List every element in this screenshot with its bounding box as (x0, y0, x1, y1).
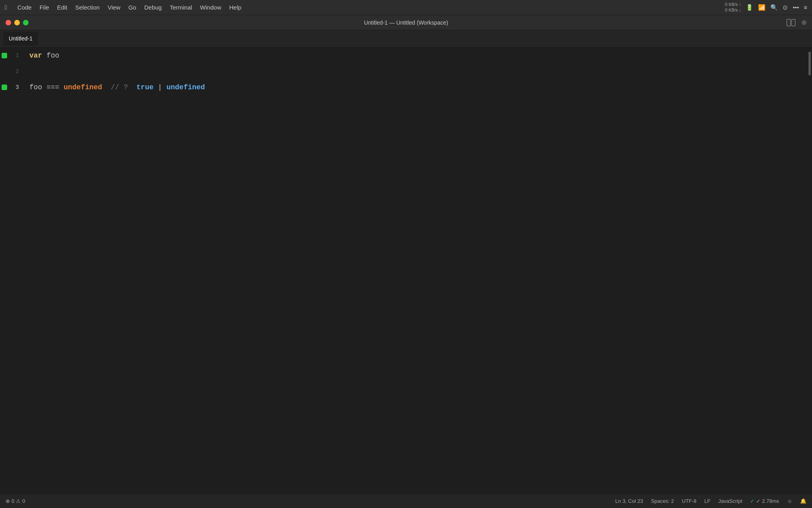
status-language[interactable]: JavaScript (718, 498, 743, 504)
token-foo-3: foo (29, 83, 42, 91)
editor-gutter: 1 2 3 (0, 48, 22, 494)
error-count: 0 (11, 498, 14, 504)
warning-count: 0 (22, 498, 25, 504)
breakpoint-area-1[interactable] (0, 53, 9, 58)
bell-icon: 🔔 (800, 498, 806, 504)
token-var: var (29, 52, 42, 60)
line-number-2: 2 (9, 68, 22, 75)
menubar-right-section: 0 KB/s ↑0 KB/s ↓ 🔋 📶 🔍 ⊙ ••• ≡ (725, 2, 808, 12)
status-encoding[interactable]: UTF-8 (682, 498, 697, 504)
editor-container: 1 2 3 var foo foo === undefined (0, 48, 812, 494)
scrollbar[interactable] (807, 48, 812, 494)
network-speed: 0 KB/s ↑0 KB/s ↓ (725, 2, 741, 12)
feedback-icon: ☺ (787, 498, 792, 504)
line-ending-label: LF (705, 498, 710, 504)
close-button[interactable] (6, 20, 11, 25)
scrollbar-thumb[interactable] (808, 52, 811, 75)
code-line-1: var foo (22, 48, 807, 64)
window-controls (6, 20, 29, 25)
code-editor[interactable]: var foo foo === undefined // ? true | un… (22, 48, 807, 494)
token-undefined-2: undefined (167, 83, 205, 91)
tab-bar: Untitled-1 (0, 30, 812, 48)
check-icon: ✓ (750, 498, 755, 504)
status-cursor[interactable]: Ln 3, Col 23 (615, 498, 643, 504)
warning-icon: ⚠ (16, 498, 21, 504)
line-number-1: 1 (9, 52, 22, 59)
title-bar: Untitled-1 — Untitled (Workspace) (0, 15, 812, 30)
error-icon: ⊗ (6, 498, 10, 504)
token-comment: // ? (102, 83, 136, 91)
breakpoint-area-3[interactable] (0, 85, 9, 90)
status-left: ⊗ 0 ⚠ 0 (6, 498, 25, 504)
apple-menu[interactable]:  (5, 4, 7, 11)
token-undefined-1: undefined (63, 83, 102, 91)
menu-go[interactable]: Go (124, 2, 140, 12)
menu-selection[interactable]: Selection (71, 2, 104, 12)
line-number-3: 3 (9, 84, 22, 91)
menu-view[interactable]: View (103, 2, 124, 12)
token-foo-1: foo (46, 52, 59, 60)
status-errors[interactable]: ⊗ 0 ⚠ 0 (6, 498, 25, 504)
menu-help[interactable]: Help (225, 2, 245, 12)
status-spaces[interactable]: Spaces: 2 (651, 498, 674, 504)
menubar:  Code File Edit Selection View Go Debug… (0, 0, 812, 15)
language-label: JavaScript (718, 498, 743, 504)
publish-button[interactable] (802, 20, 806, 25)
code-line-2 (22, 64, 807, 79)
more-icon[interactable]: ••• (793, 4, 799, 11)
tab-label: Untitled-1 (9, 35, 33, 42)
tab-untitled1[interactable]: Untitled-1 (3, 32, 38, 46)
token-eq: === (42, 83, 63, 91)
wifi-icon: 📶 (758, 4, 766, 11)
menu-edit[interactable]: Edit (53, 2, 71, 12)
token-space-1 (42, 52, 46, 60)
battery-icon: 🔋 (746, 4, 753, 11)
code-line-3: foo === undefined // ? true | undefined (22, 79, 807, 95)
spotlight-icon[interactable]: ⊙ (783, 4, 788, 11)
encoding-label: UTF-8 (682, 498, 697, 504)
status-notifications[interactable]: 🔔 (800, 498, 806, 504)
breakpoint-1 (2, 53, 7, 58)
maximize-button[interactable] (23, 20, 29, 25)
minimize-button[interactable] (14, 20, 20, 25)
title-bar-right (787, 19, 806, 26)
menu-code[interactable]: Code (13, 2, 36, 12)
menu-file[interactable]: File (36, 2, 53, 12)
status-right: Ln 3, Col 23 Spaces: 2 UTF-8 LF JavaScri… (615, 498, 806, 504)
list-icon[interactable]: ≡ (804, 4, 807, 11)
breakpoint-3 (2, 85, 7, 90)
gutter-row-1: 1 (0, 48, 22, 64)
split-editor-button[interactable] (787, 19, 795, 26)
token-true: true (136, 83, 153, 91)
token-pipe: | (153, 83, 166, 91)
gutter-row-2: 2 (0, 64, 22, 79)
cursor-position: Ln 3, Col 23 (615, 498, 643, 504)
window-title: Untitled-1 — Untitled (Workspace) (364, 19, 448, 26)
search-icon[interactable]: 🔍 (770, 4, 778, 11)
status-feedback[interactable]: ☺ (787, 498, 792, 504)
menu-window[interactable]: Window (196, 2, 225, 12)
timing-value: ✓ 2.78ms (756, 498, 779, 504)
spaces-label: Spaces: 2 (651, 498, 674, 504)
menu-debug[interactable]: Debug (140, 2, 166, 12)
menu-terminal[interactable]: Terminal (166, 2, 196, 12)
status-timing: ✓ ✓ 2.78ms (750, 498, 779, 504)
status-line-ending[interactable]: LF (705, 498, 710, 504)
status-bar: ⊗ 0 ⚠ 0 Ln 3, Col 23 Spaces: 2 UTF-8 LF … (0, 494, 812, 508)
gutter-row-3: 3 (0, 79, 22, 95)
